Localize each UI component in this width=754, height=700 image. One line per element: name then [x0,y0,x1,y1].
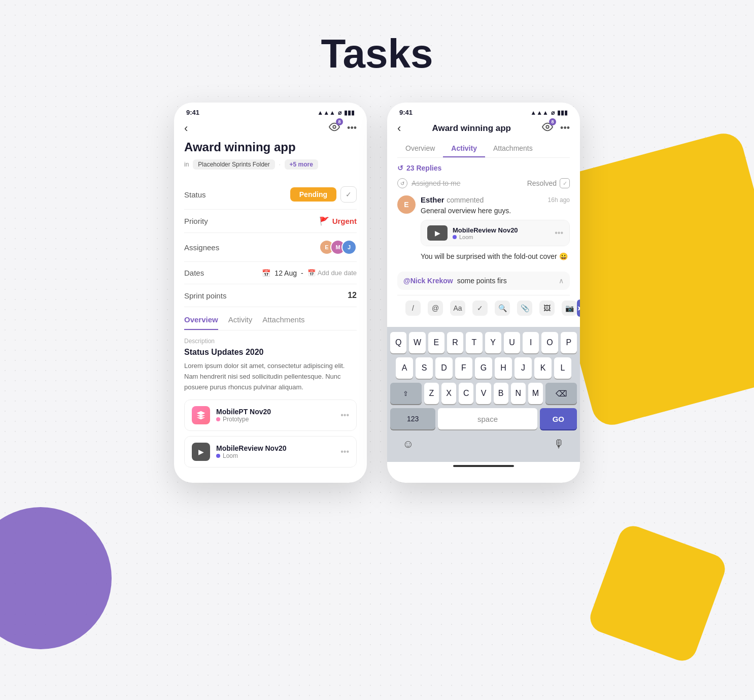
assigned-text[interactable]: Assigned to me [412,179,461,187]
key-l[interactable]: L [554,357,571,379]
image-icon[interactable]: 🖼 [539,301,555,316]
video-header: ▶ MobileReview Nov20 Loom ••• [421,220,569,246]
key-x[interactable]: X [441,383,456,404]
loom-type: Loom [223,452,238,459]
key-u[interactable]: U [504,332,520,353]
decorative-purple-shape [0,507,112,649]
key-s[interactable]: S [416,357,433,379]
figma-more[interactable]: ••• [340,411,349,420]
tab-overview-2[interactable]: Overview [397,140,443,157]
video-more[interactable]: ••• [555,228,563,238]
add-due-date[interactable]: 📅 Add due date [307,269,357,277]
video-thumb: ▶ [427,225,448,241]
key-w[interactable]: W [409,332,425,353]
search-icon[interactable]: 🔍 [495,301,510,316]
key-b[interactable]: B [494,383,508,404]
phones-container: 9:41 ▲▲▲ ⌀ ▮▮▮ ‹ 8 ••• [0,103,754,483]
wifi-icon-1: ⌀ [338,109,341,116]
delete-key[interactable]: ⌫ [545,383,577,404]
key-c[interactable]: C [459,383,473,404]
toolbar-2: / @ Aa ✓ 🔍 📎 🖼 📷 ➤ [397,295,570,321]
num-key[interactable]: 123 [390,408,435,429]
back-button-1[interactable]: ‹ [184,122,188,135]
replies-row[interactable]: ↺ 23 Replies [397,164,570,172]
assignees-avatars[interactable]: E M J [319,240,357,255]
attachment-loom[interactable]: ▶ MobileReview Nov20 Loom ••• [184,436,357,468]
key-v[interactable]: V [476,383,491,404]
watch-icon-2[interactable]: 8 [542,121,553,135]
key-a[interactable]: A [396,357,413,379]
checklist-icon[interactable]: ✓ [472,301,488,316]
sprint-points-label: Sprint points [184,291,226,300]
replies-count: 23 Replies [406,164,441,172]
key-t[interactable]: T [466,332,482,353]
key-q[interactable]: Q [390,332,406,353]
keyboard: Q W E R T Y U I O P A S D F G H J K [387,327,580,462]
resolved-tag[interactable]: Resolved ✓ [527,178,570,188]
mic-icon[interactable]: 🎙 [554,438,565,451]
key-n[interactable]: N [511,383,526,404]
key-row-2: A S D F G H J K L [390,357,577,379]
reply-input[interactable]: @Nick Krekow some points firs ∧ [397,272,570,290]
tab-attachments-1[interactable]: Attachments [262,315,304,330]
comment-body-esther: Esther commented 16h ago General overvie… [421,195,570,265]
attachment-figma[interactable]: MobilePT Nov20 Prototype ••• [184,399,357,431]
field-dates: Dates 📅 12 Aug - 📅 Add due date [184,262,357,284]
avatar-3: J [341,240,357,255]
breadcrumb-tag[interactable]: Placeholder Sprints Folder [193,159,275,170]
assignees-label: Assignees [184,243,219,252]
status-check[interactable]: ✓ [340,186,357,203]
watch-icon-1[interactable]: 8 [329,121,340,135]
start-date[interactable]: 12 Aug [275,269,297,277]
emoji-icon[interactable]: ☺ [402,438,414,451]
home-bar [453,465,514,467]
key-r[interactable]: R [447,332,463,353]
priority-value[interactable]: 🚩 Urgent [319,216,357,226]
reply-text[interactable]: some points firs [457,277,555,285]
attach-icon[interactable]: 📎 [517,301,532,316]
send-button[interactable]: ➤ [577,299,580,317]
key-i[interactable]: I [523,332,539,353]
assigned-left: ↺ Assigned to me [397,178,461,188]
camera-icon[interactable]: 📷 [562,301,577,316]
key-h[interactable]: H [495,357,512,379]
battery-icon-1: ▮▮▮ [344,109,355,116]
space-key[interactable]: space [438,408,537,429]
video-sub: Loom [453,234,518,240]
loom-more[interactable]: ••• [340,447,349,456]
key-p[interactable]: P [561,332,577,353]
key-o[interactable]: O [541,332,558,353]
tab-activity-2[interactable]: Activity [443,140,485,157]
tab-overview-1[interactable]: Overview [184,315,218,330]
key-j[interactable]: J [515,357,532,379]
nav-title-2: Award winning app [432,123,511,134]
tab-attachments-2[interactable]: Attachments [485,140,541,157]
chevron-up-icon[interactable]: ∧ [559,277,564,285]
tab-activity-1[interactable]: Activity [228,315,253,330]
more-icon-1[interactable]: ••• [347,123,357,134]
key-e[interactable]: E [428,332,444,353]
esther-avatar: E [397,195,416,214]
format-slash-icon[interactable]: / [405,301,421,316]
status-bar-1: 9:41 ▲▲▲ ⌀ ▮▮▮ [174,103,367,119]
key-d[interactable]: D [435,357,453,379]
shift-key[interactable]: ⇧ [390,383,422,404]
back-button-2[interactable]: ‹ [397,122,401,135]
breadcrumb-more[interactable]: +5 more [285,159,318,170]
task-title-1: Award winning app [184,140,357,154]
key-f[interactable]: F [455,357,472,379]
key-z[interactable]: Z [424,383,439,404]
key-k[interactable]: K [534,357,552,379]
go-key[interactable]: GO [540,408,577,429]
video-card[interactable]: ▶ MobileReview Nov20 Loom ••• [421,220,570,246]
key-m[interactable]: M [528,383,543,404]
sprint-points-value[interactable]: 12 [348,291,357,300]
mention-icon[interactable]: @ [428,301,443,316]
key-row-3: ⇧ Z X C V B N M ⌫ [390,383,577,404]
text-format-icon[interactable]: Aa [450,301,465,316]
key-y[interactable]: Y [485,332,501,353]
time-1: 9:41 [186,109,199,116]
key-g[interactable]: G [475,357,492,379]
more-icon-2[interactable]: ••• [560,123,570,134]
status-button[interactable]: Pending [290,187,336,202]
